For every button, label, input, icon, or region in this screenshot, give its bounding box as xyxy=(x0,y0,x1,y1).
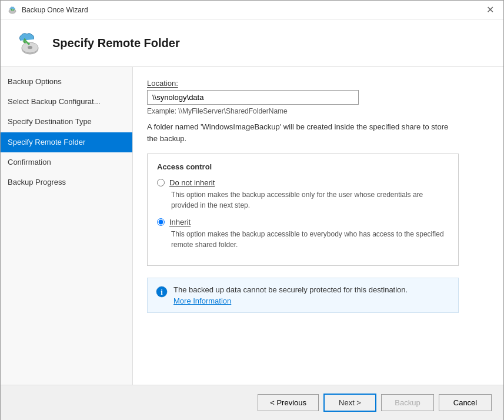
radio-inherit-label: Inherit xyxy=(169,218,191,226)
radio-do-not-inherit[interactable] xyxy=(157,179,165,186)
radio-do-not-inherit-label: Do not inherit xyxy=(169,178,215,187)
more-information-link[interactable]: More Information xyxy=(173,296,231,305)
info-box: i The backed up data cannot be securely … xyxy=(147,278,459,313)
location-input[interactable] xyxy=(147,90,359,105)
main-content: Location: Example: \\MyFileServer\Shared… xyxy=(133,67,503,385)
sidebar-item-confirmation[interactable]: Confirmation xyxy=(1,152,132,172)
radio-do-not-inherit-desc: This option makes the backup accessible … xyxy=(171,189,449,211)
footer: < Previous Next > Backup Cancel xyxy=(1,385,503,420)
info-message: The backed up data cannot be securely pr… xyxy=(173,285,450,294)
sidebar-item-backup-progress[interactable]: Backup Progress xyxy=(1,172,132,192)
content-area: Backup Options Select Backup Configurat.… xyxy=(1,67,503,385)
title-bar: Backup Once Wizard ✕ xyxy=(1,1,503,19)
header-area: Specify Remote Folder xyxy=(1,19,503,67)
next-button[interactable]: Next > xyxy=(323,394,376,412)
window-title: Backup Once Wizard xyxy=(22,6,88,14)
title-bar-icon xyxy=(8,5,17,15)
sidebar: Backup Options Select Backup Configurat.… xyxy=(1,67,133,385)
radio-label-do-not-inherit[interactable]: Do not inherit xyxy=(157,178,449,187)
wizard-window: Backup Once Wizard ✕ Specify Remote Fold… xyxy=(0,0,504,420)
svg-point-4 xyxy=(28,46,32,49)
close-button[interactable]: ✕ xyxy=(484,5,496,15)
page-title: Specify Remote Folder xyxy=(52,36,180,50)
sidebar-item-backup-options[interactable]: Backup Options xyxy=(1,72,132,92)
info-text-area: The backed up data cannot be securely pr… xyxy=(173,285,450,305)
sidebar-item-select-backup-config[interactable]: Select Backup Configurat... xyxy=(1,92,132,112)
svg-text:i: i xyxy=(161,288,163,296)
info-icon: i xyxy=(156,286,168,298)
backup-icon xyxy=(12,29,41,57)
location-section: Location: Example: \\MyFileServer\Shared… xyxy=(147,79,489,144)
access-control-title: Access control xyxy=(157,162,449,171)
previous-button[interactable]: < Previous xyxy=(258,394,319,411)
location-label: Location: xyxy=(147,79,489,88)
backup-button[interactable]: Backup xyxy=(381,394,434,411)
folder-description: A folder named 'WindowsImageBackup' will… xyxy=(147,121,459,144)
radio-option-inherit: Inherit This option makes the backup acc… xyxy=(157,218,449,250)
example-text: Example: \\MyFileServer\SharedFolderName xyxy=(147,107,489,115)
access-control-box: Access control Do not inherit This optio… xyxy=(147,154,459,266)
radio-label-inherit[interactable]: Inherit xyxy=(157,218,449,226)
sidebar-item-specify-destination-type[interactable]: Specify Destination Type xyxy=(1,112,132,132)
radio-inherit-desc: This option makes the backup accessible … xyxy=(171,229,449,250)
radio-inherit[interactable] xyxy=(157,218,165,226)
radio-option-do-not-inherit: Do not inherit This option makes the bac… xyxy=(157,178,449,211)
cancel-button[interactable]: Cancel xyxy=(439,394,492,411)
sidebar-item-specify-remote-folder[interactable]: Specify Remote Folder xyxy=(1,132,132,152)
title-bar-left: Backup Once Wizard xyxy=(8,5,88,15)
